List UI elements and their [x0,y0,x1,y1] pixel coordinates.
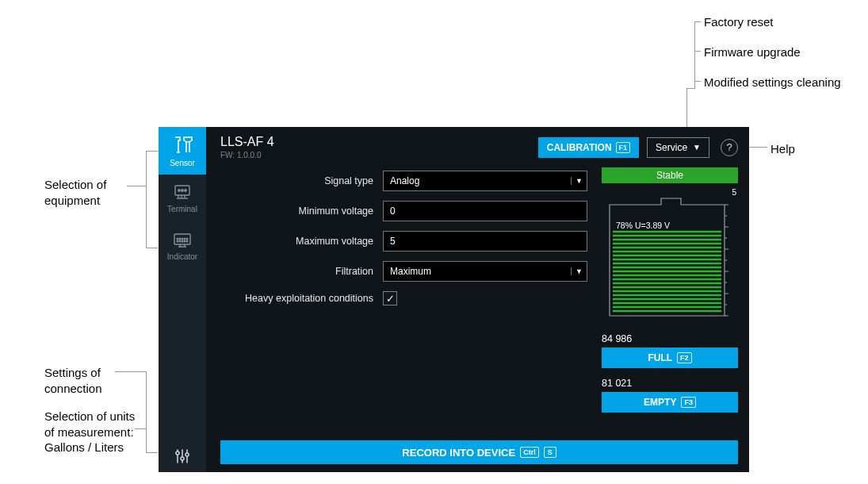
sensor-icon [170,135,194,156]
status-badge: Stable [602,167,738,183]
svg-point-8 [184,238,185,240]
sidebar-item-label: Indicator [167,252,197,261]
checkbox-heavy-exploitation[interactable]: ✓ [383,291,397,305]
anno-firmware-upgrade: Firmware upgrade [704,44,801,60]
anno-connector [146,371,147,453]
keyhint-f1: F1 [616,142,631,153]
select-filtration[interactable]: Maximum ▼ [383,261,587,282]
sidebar-item-sensor[interactable]: Sensor [159,127,206,175]
label-heavy-exploitation: Heavy exploitation conditions [220,293,383,304]
anno-connector [146,151,158,152]
tank-gauge: 78% U=3.89 V [602,197,738,322]
label-filtration: Filtration [220,266,383,277]
svg-point-16 [181,457,184,460]
footer: RECORD INTO DEVICE CtrlS [206,436,749,472]
sidebar-item-label: Terminal [167,205,197,213]
anno-connector [694,21,701,22]
svg-point-6 [179,238,181,240]
anno-selection-equipment: Selection of equipment [44,177,132,208]
svg-point-7 [182,238,183,240]
anno-connector [146,452,158,453]
svg-point-5 [177,238,178,240]
anno-help: Help [770,141,795,157]
svg-point-2 [182,189,183,190]
input-max-voltage[interactable]: 5 [383,231,587,252]
calibration-button[interactable]: CALIBRATION F1 [538,137,639,158]
svg-point-14 [186,240,188,242]
tank-scale-top: 5 [602,188,738,197]
anno-modified-cleaning: Modified settings cleaning [704,75,841,90]
keyhint-f2: F2 [677,352,692,363]
sidebar-item-terminal[interactable]: Terminal [159,175,206,222]
anno-factory-reset: Factory reset [704,14,774,30]
svg-point-9 [186,238,188,240]
anno-selection-units: Selection of units of measurement: Gallo… [44,409,147,455]
anno-connector [135,428,147,429]
status-panel: Stable 5 [602,166,738,436]
sidebar: Sensor Terminal [159,127,206,472]
empty-value: 81 021 [602,378,738,389]
svg-point-15 [176,451,179,455]
device-title: LLS-AF 4 [220,135,530,149]
sidebar-item-label: Sensor [170,159,195,167]
label-max-voltage: Maximum voltage [220,236,383,247]
full-button[interactable]: FULL F2 [602,348,738,368]
anno-connector [686,88,695,89]
full-value: 84 986 [602,333,738,344]
label-signal-type: Signal type [220,175,383,186]
svg-point-3 [185,189,186,190]
terminal-icon [170,184,194,202]
empty-button[interactable]: EMPTY F3 [602,392,738,413]
sidebar-settings-button[interactable] [159,440,206,472]
svg-point-17 [185,453,189,456]
svg-point-1 [178,189,180,190]
firmware-version: FW: 1.0.0.0 [220,151,530,159]
sliders-icon [174,448,191,465]
header: LLS-AF 4 FW: 1.0.0.0 CALIBRATION F1 Serv… [206,127,749,166]
main-panel: LLS-AF 4 FW: 1.0.0.0 CALIBRATION F1 Serv… [206,127,749,472]
sidebar-item-indicator[interactable]: Indicator [159,222,206,270]
anno-connector [146,248,158,248]
svg-point-10 [177,240,178,242]
help-icon: ? [726,141,732,153]
svg-point-13 [184,240,185,242]
chevron-down-icon: ▼ [693,143,701,152]
chevron-down-icon: ▼ [571,177,587,185]
anno-connector [694,51,701,52]
tank-reading: 78% U=3.89 V [616,221,670,230]
select-signal-type[interactable]: Analog ▼ [383,171,587,191]
indicator-icon [170,232,194,249]
keyhint-ctrl: Ctrl [520,447,539,458]
anno-connector [127,186,147,186]
anno-connector [146,151,147,248]
anno-settings-connection: Settings of connection [44,365,132,396]
input-min-voltage[interactable]: 0 [383,201,587,221]
chevron-down-icon: ▼ [571,267,587,275]
settings-form: Signal type Analog ▼ Minimum voltage 0 M… [220,166,587,436]
keyhint-s: S [544,447,556,458]
app-window: Sensor Terminal [159,127,749,472]
record-button[interactable]: RECORD INTO DEVICE CtrlS [220,440,738,464]
anno-connector [694,81,701,82]
help-button[interactable]: ? [721,139,738,156]
anno-connector [694,21,695,88]
label-min-voltage: Minimum voltage [220,206,383,217]
keyhint-f3: F3 [681,397,696,408]
anno-connector [115,371,147,372]
svg-point-11 [179,240,181,242]
service-dropdown[interactable]: Service ▼ [647,137,709,158]
svg-point-12 [182,240,183,242]
